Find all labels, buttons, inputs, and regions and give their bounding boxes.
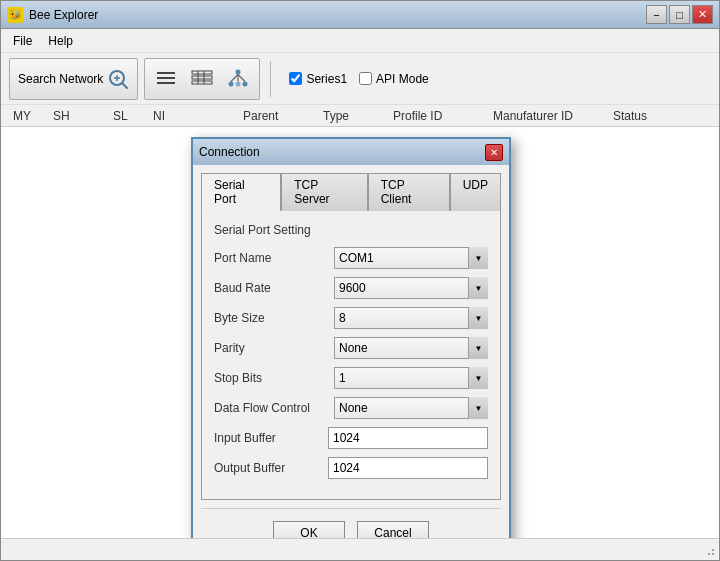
series1-check: Series1 bbox=[289, 72, 347, 86]
form-row-stop-bits: Stop Bits 12 ▼ bbox=[214, 367, 488, 389]
close-button[interactable]: ✕ bbox=[692, 5, 713, 24]
svg-point-20 bbox=[708, 553, 710, 555]
ok-button[interactable]: OK bbox=[273, 521, 345, 538]
svg-rect-5 bbox=[157, 77, 175, 79]
label-byte-size: Byte Size bbox=[214, 311, 334, 325]
label-port-name: Port Name bbox=[214, 251, 334, 265]
col-status: Status bbox=[609, 109, 689, 123]
select-byte-size-wrapper: 78 ▼ bbox=[334, 307, 488, 329]
api-mode-label: API Mode bbox=[376, 72, 429, 86]
output-buffer-field[interactable] bbox=[328, 457, 488, 479]
dialog-close-button[interactable]: ✕ bbox=[485, 144, 503, 161]
form-row-baud-rate: Baud Rate 9600192003840057600115200 ▼ bbox=[214, 277, 488, 299]
svg-point-15 bbox=[236, 81, 241, 86]
svg-rect-8 bbox=[192, 76, 212, 79]
svg-rect-9 bbox=[192, 81, 212, 84]
detail-view-button[interactable] bbox=[185, 62, 219, 96]
col-my: MY bbox=[9, 109, 49, 123]
svg-line-16 bbox=[231, 74, 238, 81]
tab-udp[interactable]: UDP bbox=[450, 173, 501, 211]
maximize-button[interactable]: □ bbox=[669, 5, 690, 24]
input-buffer-field[interactable] bbox=[328, 427, 488, 449]
form-row-input-buffer: Input Buffer bbox=[214, 427, 488, 449]
form-row-data-flow: Data Flow Control NoneHardwareSoftware ▼ bbox=[214, 397, 488, 419]
tab-tcp-client[interactable]: TCP Client bbox=[368, 173, 450, 211]
col-profile: Profile ID bbox=[389, 109, 489, 123]
select-data-flow-wrapper: NoneHardwareSoftware ▼ bbox=[334, 397, 488, 419]
svg-line-1 bbox=[122, 83, 127, 88]
select-baud-rate[interactable]: 9600192003840057600115200 bbox=[334, 277, 488, 299]
svg-rect-6 bbox=[157, 82, 175, 84]
series1-checkbox[interactable] bbox=[289, 72, 302, 85]
search-icon bbox=[107, 68, 129, 90]
select-baud-rate-wrapper: 9600192003840057600115200 ▼ bbox=[334, 277, 488, 299]
form-row-port-name: Port Name COM1COM2COM3 ▼ bbox=[214, 247, 488, 269]
svg-rect-7 bbox=[192, 71, 212, 74]
form-row-parity: Parity NoneEvenOdd ▼ bbox=[214, 337, 488, 359]
col-manuf: Manufaturer ID bbox=[489, 109, 609, 123]
api-mode-checkbox[interactable] bbox=[359, 72, 372, 85]
select-port-name[interactable]: COM1COM2COM3 bbox=[334, 247, 488, 269]
tab-bar: Serial Port TCP Server TCP Client UDP bbox=[201, 173, 501, 211]
detail-icon bbox=[190, 67, 214, 91]
select-stop-bits-wrapper: 12 ▼ bbox=[334, 367, 488, 389]
tab-serial-port[interactable]: Serial Port bbox=[201, 173, 281, 211]
connection-dialog: Connection ✕ Serial Port TCP Server TCP … bbox=[191, 137, 511, 538]
col-type: Type bbox=[319, 109, 389, 123]
select-parity-wrapper: NoneEvenOdd ▼ bbox=[334, 337, 488, 359]
title-bar-left: 🐝 Bee Explorer bbox=[7, 7, 98, 23]
label-parity: Parity bbox=[214, 341, 334, 355]
search-network-button[interactable]: Search Network bbox=[9, 58, 138, 100]
resize-grip-icon bbox=[703, 544, 715, 556]
svg-point-13 bbox=[229, 81, 234, 86]
col-sh: SH bbox=[49, 109, 109, 123]
title-bar: 🐝 Bee Explorer − □ ✕ bbox=[1, 1, 719, 29]
menu-help[interactable]: Help bbox=[40, 32, 81, 50]
api-mode-check: API Mode bbox=[359, 72, 429, 86]
select-data-flow[interactable]: NoneHardwareSoftware bbox=[334, 397, 488, 419]
label-input-buffer: Input Buffer bbox=[214, 431, 328, 445]
column-headers: MY SH SL NI Parent Type Profile ID Manuf… bbox=[1, 105, 719, 127]
col-parent: Parent bbox=[239, 109, 319, 123]
series1-label: Series1 bbox=[306, 72, 347, 86]
dialog-titlebar: Connection ✕ bbox=[193, 139, 509, 165]
select-port-name-wrapper: COM1COM2COM3 ▼ bbox=[334, 247, 488, 269]
list-icon bbox=[154, 67, 178, 91]
search-network-label: Search Network bbox=[18, 72, 103, 86]
toolbar-checks: Series1 API Mode bbox=[289, 72, 428, 86]
svg-point-12 bbox=[236, 69, 241, 74]
select-parity[interactable]: NoneEvenOdd bbox=[334, 337, 488, 359]
label-output-buffer: Output Buffer bbox=[214, 461, 328, 475]
menu-file[interactable]: File bbox=[5, 32, 40, 50]
list-view-button[interactable] bbox=[149, 62, 183, 96]
toolbar: Search Network bbox=[1, 53, 719, 105]
label-stop-bits: Stop Bits bbox=[214, 371, 334, 385]
dialog-title: Connection bbox=[199, 145, 260, 159]
status-grip bbox=[703, 544, 715, 556]
network-view-button[interactable] bbox=[221, 62, 255, 96]
title-bar-controls: − □ ✕ bbox=[646, 5, 713, 24]
app-icon: 🐝 bbox=[7, 7, 23, 23]
col-ni: NI bbox=[149, 109, 239, 123]
dialog-body: Serial Port TCP Server TCP Client UDP Se… bbox=[193, 165, 509, 538]
form-row-output-buffer: Output Buffer bbox=[214, 457, 488, 479]
select-stop-bits[interactable]: 12 bbox=[334, 367, 488, 389]
form-row-byte-size: Byte Size 78 ▼ bbox=[214, 307, 488, 329]
minimize-button[interactable]: − bbox=[646, 5, 667, 24]
svg-point-21 bbox=[712, 549, 714, 551]
toolbar-icon-group bbox=[144, 58, 260, 100]
menu-bar: File Help bbox=[1, 29, 719, 53]
network-icon bbox=[226, 67, 250, 91]
label-data-flow: Data Flow Control bbox=[214, 401, 334, 415]
dialog-overlay: Connection ✕ Serial Port TCP Server TCP … bbox=[1, 127, 719, 538]
svg-rect-4 bbox=[157, 72, 175, 74]
tab-content: Serial Port Setting Port Name COM1COM2CO… bbox=[201, 210, 501, 500]
tab-tcp-server[interactable]: TCP Server bbox=[281, 173, 367, 211]
status-bar bbox=[1, 538, 719, 560]
cancel-button[interactable]: Cancel bbox=[357, 521, 429, 538]
label-baud-rate: Baud Rate bbox=[214, 281, 334, 295]
svg-point-19 bbox=[712, 553, 714, 555]
svg-point-14 bbox=[243, 81, 248, 86]
select-byte-size[interactable]: 78 bbox=[334, 307, 488, 329]
main-window: 🐝 Bee Explorer − □ ✕ File Help Search Ne… bbox=[0, 0, 720, 561]
